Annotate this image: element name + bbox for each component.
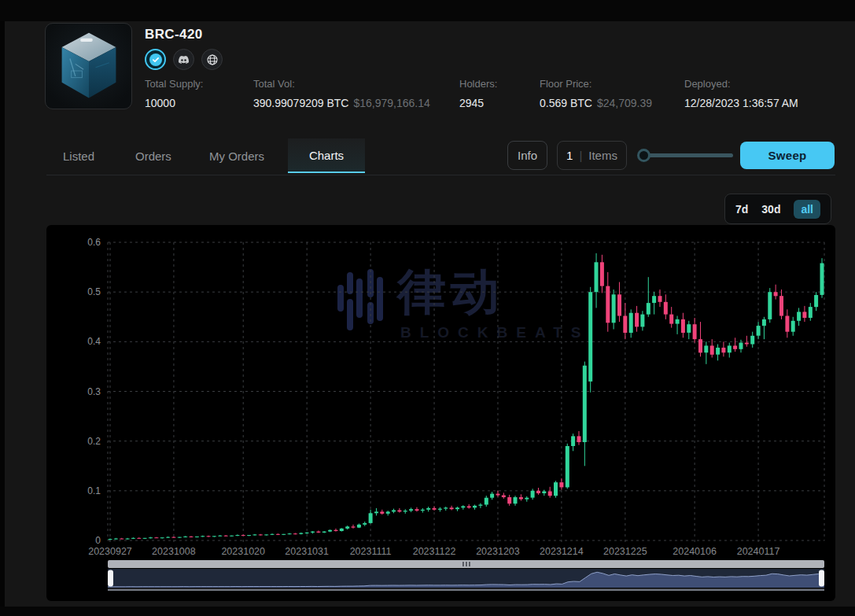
y-axis-tick-label: 0.4 [87, 336, 101, 347]
x-axis-tick-label: 20231203 [476, 546, 520, 557]
candle-body [809, 307, 813, 318]
info-button[interactable]: Info [507, 141, 547, 170]
candlestick-chart[interactable]: 00.10.20.30.40.50.6202309272023100820231… [46, 225, 835, 601]
candle-body [762, 319, 766, 326]
slider-track[interactable] [643, 153, 733, 157]
candle-body [600, 262, 604, 286]
candle-body [774, 292, 778, 296]
divider [46, 175, 835, 175]
left-black-strip [0, 21, 5, 616]
candle-body [126, 539, 130, 540]
candle-body [676, 319, 680, 324]
candle-body [374, 511, 378, 513]
candlestick-chart-panel[interactable]: 律动 BLOCKBEATS 00.10.20.30.40.50.62023092… [46, 225, 835, 601]
candle-body [363, 523, 367, 525]
candle-body [421, 510, 425, 511]
stat-label: Floor Price: [540, 78, 652, 90]
candle-body [554, 482, 558, 496]
stat-total-vol: Total Vol: 390.99079209 BTC$16,979,166.1… [253, 78, 430, 109]
stat-value: 2945 [459, 97, 484, 109]
candle-body [577, 436, 581, 442]
stat-value: 12/28/2023 1:36:57 AM [684, 97, 798, 109]
candle-body [305, 533, 309, 533]
candle-body [386, 511, 390, 514]
tab-my-orders[interactable]: My Orders [209, 138, 264, 173]
candle-body [687, 324, 691, 333]
x-axis-tick-label: 20231225 [603, 546, 647, 557]
candle-body [218, 536, 222, 537]
candle-body [802, 312, 806, 318]
candle-body [345, 526, 349, 529]
candle-body [299, 533, 303, 534]
candle-body [137, 538, 141, 539]
tab-orders[interactable]: Orders [135, 138, 171, 173]
candle-body [397, 511, 401, 512]
candle-body [542, 492, 546, 494]
stat-holders: Holders: 2945 [459, 78, 497, 109]
candle-body [640, 315, 644, 327]
candle-body [357, 525, 361, 528]
bottom-black-strip [0, 607, 855, 616]
candle-body [207, 536, 211, 537]
candle-body [131, 538, 135, 539]
candle-body [473, 506, 477, 508]
app-root: BRC-420 Total Supply: 10000 [0, 0, 855, 616]
candle-body [820, 264, 824, 295]
candle-body [352, 526, 356, 527]
candle-body [669, 315, 673, 324]
candle-body [617, 294, 621, 315]
candle-body [525, 498, 529, 500]
candle-body [612, 294, 616, 323]
navigator-handle-left[interactable] [108, 570, 113, 587]
candle-body [507, 497, 511, 503]
scrollbar-grip[interactable] [469, 562, 470, 566]
items-count-box[interactable]: 1 | Items [557, 141, 627, 170]
slider-handle[interactable] [637, 149, 650, 162]
candle-body [635, 313, 639, 327]
stat-total-supply: Total Supply: 10000 [145, 78, 203, 109]
range-all-button[interactable]: all [794, 200, 820, 219]
tab-listed[interactable]: Listed [63, 138, 94, 173]
x-axis-tick-label: 20230927 [88, 546, 132, 557]
navigator-bottom-border [108, 589, 824, 592]
x-axis-tick-label: 20231008 [152, 546, 196, 557]
website-globe-icon[interactable] [201, 49, 223, 70]
candle-body [478, 505, 482, 506]
x-axis-tick-label: 20240106 [673, 546, 717, 557]
candle-body [450, 507, 454, 509]
y-axis-tick-label: 0.3 [87, 386, 101, 397]
range-7d-button[interactable]: 7d [735, 203, 748, 216]
candle-body [721, 348, 725, 352]
candle-body [433, 508, 437, 510]
candle-body [369, 513, 373, 523]
items-count-value: 1 [566, 149, 573, 162]
candle-body [779, 296, 783, 315]
candle-body [797, 312, 801, 320]
navigator-handle-right[interactable] [819, 570, 824, 587]
scrollbar-grip[interactable] [466, 562, 467, 566]
candle-body [814, 295, 818, 307]
tab-charts[interactable]: Charts [288, 138, 365, 173]
top-black-strip [0, 0, 855, 21]
sweep-amount-slider[interactable] [637, 149, 733, 162]
candle-body [160, 537, 164, 538]
x-axis-tick-label: 20240117 [737, 546, 780, 557]
candle-body [461, 506, 465, 507]
stat-label: Deployed: [684, 78, 803, 90]
discord-icon[interactable] [173, 49, 194, 70]
candle-body [247, 535, 251, 536]
candle-body [438, 509, 442, 510]
candle-body [392, 511, 396, 512]
candle-body [316, 532, 320, 533]
candle-body [183, 537, 187, 537]
sweep-button[interactable]: Sweep [740, 142, 835, 169]
candle-body [426, 508, 430, 510]
candle-body [485, 498, 488, 505]
scrollbar-grip[interactable] [463, 562, 464, 566]
candle-body [467, 506, 471, 507]
stat-subvalue: $16,979,166.14 [353, 97, 429, 109]
range-30d-button[interactable]: 30d [761, 203, 780, 216]
x-axis-tick-label: 20231122 [413, 546, 456, 557]
stat-value: 390.99079209 BTC [253, 97, 348, 109]
candle-body [559, 482, 563, 487]
